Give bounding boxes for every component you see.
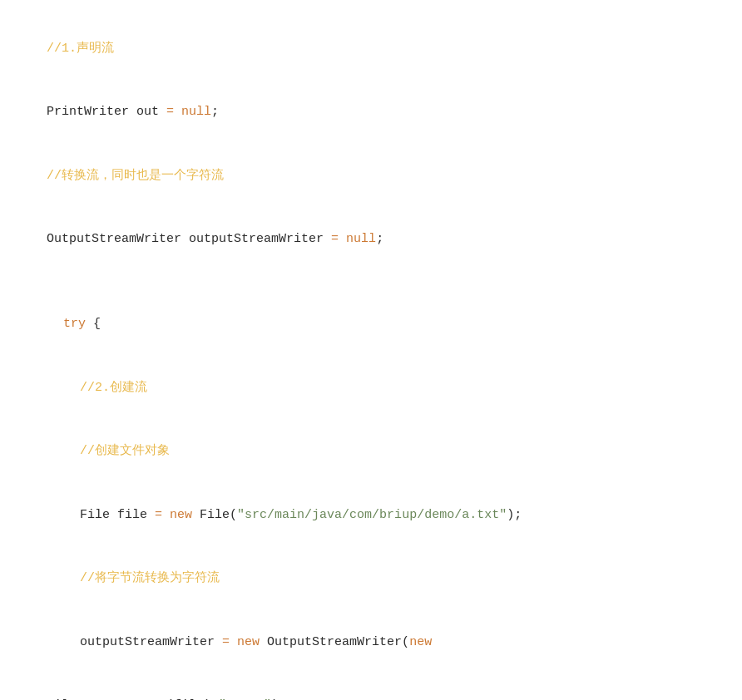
code-text: PrintWriter out [47,105,166,119]
code-line-3: //转换流，同时也是一个字符流 [17,144,725,208]
code-line-6: try { [17,293,725,357]
code-line-7: //2.创建流 [17,356,725,420]
comment-2: //转换流，同时也是一个字符流 [47,169,224,183]
top-code-block: //1.声明流 PrintWriter out = null; //转换流，同时… [0,0,742,700]
code-line-5 [17,271,725,293]
code-line-12: FileOutputStream(file),"UTF-8"); [17,674,725,701]
code-line-9: File file = new File("src/main/java/com/… [17,483,725,547]
code-line-4: OutputStreamWriter outputStreamWriter = … [17,208,725,272]
code-line-11: outputStreamWriter = new OutputStreamWri… [17,610,725,674]
code-line-2: PrintWriter out = null; [17,81,725,145]
code-line-8: //创建文件对象 [17,420,725,484]
code-line-1: //1.声明流 [17,17,725,81]
comment-1: //1.声明流 [47,42,114,56]
code-line-10: //将字节流转换为字符流 [17,547,725,611]
